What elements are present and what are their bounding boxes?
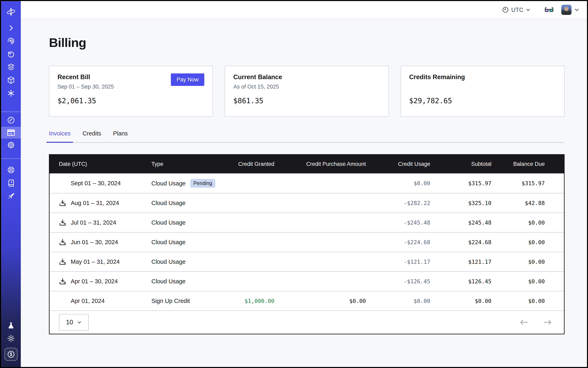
summary-cards: Recent Bill Sep 01 – Sep 30, 2025 $2,061… (49, 66, 565, 117)
table-row: May 01 – 31, 2024 Cloud Usage -$121.17 $… (50, 252, 564, 271)
invoice-date: Aug 01 – 31, 2024 (71, 200, 119, 206)
invoice-date: Sept 01 – 30, 2024 (71, 180, 121, 187)
spiral-eye-icon[interactable] (1, 35, 21, 47)
table-footer: 10 (50, 311, 564, 334)
flask-icon[interactable] (1, 319, 21, 332)
table-row: Sept 01 – 30, 2024 Cloud Usage Pending $… (50, 173, 564, 193)
tab-bar: InvoicesCreditsPlans (49, 130, 565, 143)
subtotal-value: $245.48 (468, 220, 491, 226)
download-invoice-icon[interactable] (59, 278, 66, 285)
download-invoice-icon[interactable] (59, 199, 66, 207)
invoices-table: Date (UTC)TypeCredit GrantedCredit Purch… (49, 154, 565, 334)
glasses-icon[interactable] (544, 7, 553, 13)
column-header: Credit Usage (366, 161, 430, 167)
timezone-label: UTC (511, 7, 523, 13)
invoice-type: Cloud Usage (152, 219, 186, 226)
previous-page-button[interactable] (519, 320, 528, 325)
table-row: Jul 01 – 31, 2024 Cloud Usage -$245.48 $… (50, 212, 564, 232)
sun-icon[interactable] (1, 332, 21, 345)
credit-usage-value: -$282.22 (404, 200, 430, 206)
credit-granted-value: $1,000.00 (244, 298, 274, 304)
invoice-type: Cloud Usage (152, 239, 186, 245)
balance-due-value: $0.00 (528, 239, 545, 245)
pagination (519, 320, 552, 325)
balance-due-value: $0.00 (528, 298, 545, 304)
invoice-date: Jun 01 – 30, 2024 (71, 239, 118, 246)
tab-invoices[interactable]: Invoices (49, 130, 71, 142)
ship-wheel-icon[interactable] (1, 163, 21, 176)
invoice-date: Jul 01 – 31, 2024 (71, 219, 116, 226)
subtotal-value: $224.68 (468, 239, 491, 245)
gauge-icon[interactable] (1, 114, 21, 127)
arrow-left-icon (519, 320, 528, 325)
balance-due-value: $42.88 (525, 200, 545, 206)
invoice-date: Apr 01 – 30, 2024 (71, 278, 118, 285)
asterisk-icon[interactable] (1, 87, 21, 100)
credit-usage-value: -$245.48 (404, 220, 430, 226)
column-header: Credit Purchase Amount (274, 161, 366, 167)
subtotal-value: $0.00 (475, 298, 491, 304)
pay-now-button[interactable]: Pay Now (171, 74, 204, 86)
download-invoice-icon[interactable] (59, 219, 66, 226)
next-page-button[interactable] (543, 320, 552, 325)
column-header: Balance Due (491, 161, 564, 167)
invoice-type: Cloud Usage (152, 200, 186, 206)
table-header-row: Date (UTC)TypeCredit GrantedCredit Purch… (50, 155, 564, 173)
layers-icon[interactable] (1, 61, 21, 74)
avatar[interactable] (561, 5, 571, 15)
credit-usage-value: -$126.45 (404, 278, 430, 285)
column-header: Subtotal (430, 161, 491, 167)
subtotal-value: $126.45 (468, 278, 491, 285)
subtotal-value: $121.17 (468, 259, 491, 265)
book-sparkle-icon[interactable] (1, 176, 21, 190)
subtotal-value: $325.10 (468, 200, 491, 206)
page-size-select[interactable]: 10 (59, 314, 89, 331)
credit-usage-value: -$121.17 (404, 259, 430, 265)
sidebar-item-billing[interactable] (1, 127, 21, 138)
main-area: UTC Billing Recent Bill Sep 01 – Sep (21, 1, 587, 367)
tab-credits[interactable]: Credits (82, 130, 101, 142)
logo-orbit-icon[interactable] (1, 7, 21, 17)
history-clock-icon[interactable] (1, 47, 21, 61)
column-header: Type (152, 161, 226, 167)
credit-usage-value: $0.00 (414, 180, 430, 186)
arrow-right-icon (543, 320, 552, 325)
credits-remaining-card: Credits Remaining $29,782.65 (401, 66, 565, 117)
invoice-date: May 01 – 31, 2024 (71, 258, 120, 265)
sidebar-divider (1, 158, 21, 159)
sidebar-divider (1, 111, 21, 112)
download-invoice-icon[interactable] (59, 258, 66, 265)
page-title: Billing (49, 35, 565, 50)
recent-bill-card: Recent Bill Sep 01 – Sep 30, 2025 $2,061… (49, 66, 213, 117)
card-amount: $2,061.35 (57, 97, 204, 105)
chevron-down-icon[interactable] (574, 7, 579, 12)
balance-due-value: $315.97 (522, 180, 545, 186)
column-header: Credit Granted (226, 161, 274, 167)
invoice-type: Cloud Usage (152, 278, 186, 285)
cube-icon[interactable] (1, 74, 21, 87)
rocket-icon[interactable] (1, 190, 21, 202)
tab-plans[interactable]: Plans (113, 130, 128, 142)
current-balance-card: Current Balance As of Oct 15, 2025 $861.… (225, 66, 389, 117)
table-row: Apr 01, 2024 Sign Up Credit $1,000.00 $0… (50, 291, 564, 311)
card-amount: $861.35 (233, 97, 380, 105)
invoice-type: Cloud Usage (152, 258, 186, 265)
credit-usage-value: -$224.68 (404, 239, 430, 245)
balance-due-value: $0.00 (528, 278, 545, 285)
topbar: UTC (21, 1, 587, 19)
badge-dollar-icon[interactable] (4, 348, 18, 361)
balance-due-value: $0.00 (528, 259, 545, 265)
card-title: Current Balance (233, 74, 380, 81)
app-window: UTC Billing Recent Bill Sep 01 – Sep (0, 0, 588, 368)
table-body: Sept 01 – 30, 2024 Cloud Usage Pending $… (50, 173, 564, 311)
page-size-value: 10 (66, 319, 73, 326)
gear-icon[interactable] (1, 138, 21, 152)
table-row: Apr 01 – 30, 2024 Cloud Usage -$126.45 $… (50, 271, 564, 291)
download-invoice-icon[interactable] (59, 239, 66, 246)
chevron-right-icon[interactable] (1, 21, 21, 35)
table-row: Aug 01 – 31, 2024 Cloud Usage -$282.22 $… (50, 193, 564, 212)
column-header: Date (UTC) (50, 161, 152, 167)
card-amount: $29,782.65 (409, 97, 556, 105)
sidebar (1, 1, 21, 367)
timezone-selector[interactable]: UTC (502, 7, 530, 13)
